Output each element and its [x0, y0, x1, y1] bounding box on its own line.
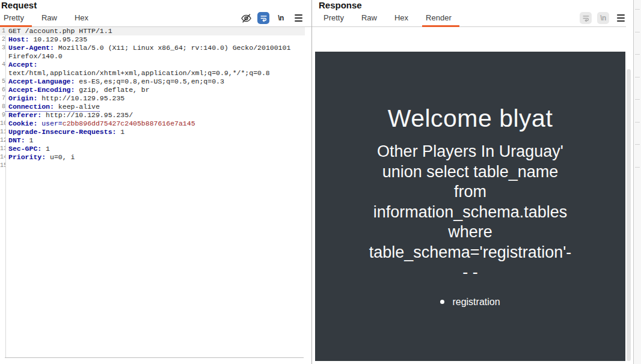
inspector-section-divider: [635, 54, 640, 55]
request-line: 9Referer: http://10.129.95.235/: [0, 111, 311, 120]
render-scrollbar-thumb[interactable]: [627, 69, 631, 361]
render-page-heading: Welcome blyat: [315, 105, 625, 133]
request-line: 10Cookie: user=c2bb896dd75427c2405b88761…: [0, 120, 311, 128]
response-tabbar: PrettyRawHexRender: [312, 13, 626, 27]
request-panel-title: Request: [1, 0, 37, 10]
inspector-section-divider: [635, 144, 640, 145]
newline-toggle-icon[interactable]: \n: [275, 12, 287, 24]
request-line: 15: [0, 162, 311, 170]
line-number: 9: [0, 111, 5, 120]
rendered-response-page: Welcome blyat Other Players In Uraguay'u…: [315, 52, 625, 361]
request-tab-raw[interactable]: Raw: [41, 11, 57, 26]
request-tab-hex[interactable]: Hex: [75, 11, 88, 26]
newline-toggle-disabled-label: \n: [600, 14, 606, 22]
request-line: 11Upgrade-Insecure-Requests: 1: [0, 128, 311, 136]
response-tab-raw[interactable]: Raw: [361, 11, 377, 26]
line-number: 5: [0, 77, 5, 86]
request-line: text/html,application/xhtml+xml,applicat…: [0, 69, 311, 77]
request-editor[interactable]: 1GET /account.php HTTP/1.12Host: 10.129.…: [0, 27, 311, 357]
line-number: 15: [0, 162, 5, 170]
burp-repeater-screen: Request PrettyRawHex \n: [0, 0, 641, 364]
line-number: 12: [0, 136, 5, 145]
response-tab-render[interactable]: Render: [426, 11, 452, 26]
inspector-section-divider: [635, 77, 640, 77]
request-line: 4Accept:: [0, 61, 311, 69]
line-number: 8: [0, 103, 5, 111]
inspector-section-divider: [635, 99, 640, 100]
request-line: 8Connection: keep-alive: [0, 103, 311, 111]
line-number: 7: [0, 94, 5, 103]
hide-nonprintable-eye-slash-icon[interactable]: [240, 12, 252, 24]
request-line: 1GET /account.php HTTP/1.1: [0, 27, 305, 35]
line-number: 1: [0, 27, 5, 35]
request-line: 13Sec-GPC: 1: [0, 145, 311, 153]
inspector-section-divider: [635, 167, 640, 168]
inspector-section-divider: [635, 32, 640, 32]
line-number: 2: [0, 35, 5, 44]
request-line: Firefox/140.0: [0, 52, 311, 61]
word-wrap-icon[interactable]: [257, 12, 269, 24]
inspector-collapsed-sidebar[interactable]: [633, 0, 641, 364]
request-line: 3User-Agent: Mozilla/5.0 (X11; Linux x86…: [0, 44, 311, 52]
request-line: 6Accept-Encoding: gzip, deflate, br: [0, 86, 311, 94]
request-line: 2Host: 10.129.95.235: [0, 35, 311, 44]
line-number: 4: [0, 61, 5, 69]
line-number: 3: [0, 44, 5, 52]
render-list-item: registration: [315, 297, 625, 308]
list-item-text: registration: [452, 297, 500, 308]
line-number: 10: [0, 120, 5, 128]
request-toolbar: \n: [240, 12, 304, 24]
editor-menu-icon[interactable]: [615, 12, 627, 24]
newline-toggle-label: \n: [278, 14, 284, 22]
editor-menu-icon[interactable]: [292, 12, 304, 24]
inspector-section-divider: [635, 122, 640, 123]
line-number: 13: [0, 145, 5, 153]
request-line: 12DNT: 1: [0, 136, 311, 145]
line-number: 11: [0, 128, 5, 136]
request-line: 14Priority: u=0, i: [0, 153, 311, 162]
response-toolbar: \n: [580, 12, 627, 24]
line-number: 14: [0, 153, 5, 162]
request-tab-pretty[interactable]: Pretty: [4, 11, 24, 26]
inspector-section-divider: [635, 9, 640, 10]
render-page-subtitle: Other Players In Uraguay'union select ta…: [315, 142, 625, 283]
list-bullet-icon: [440, 300, 444, 304]
response-panel: Response PrettyRawHexRender \n Welcome b…: [312, 0, 633, 364]
response-tab-hex[interactable]: Hex: [394, 11, 408, 26]
request-line: 5Accept-Language: es-ES,es;q=0.8,en-US;q…: [0, 77, 311, 86]
request-panel: Request PrettyRawHex \n: [0, 0, 311, 364]
request-editor-bottom-divider: [5, 357, 304, 358]
request-line: 7Origin: http://10.129.95.235: [0, 94, 311, 103]
line-number: 6: [0, 86, 5, 94]
word-wrap-disabled-icon: [580, 12, 592, 24]
newline-toggle-disabled-icon: \n: [597, 12, 609, 24]
response-tab-pretty[interactable]: Pretty: [324, 11, 344, 26]
response-panel-title: Response: [319, 0, 362, 10]
